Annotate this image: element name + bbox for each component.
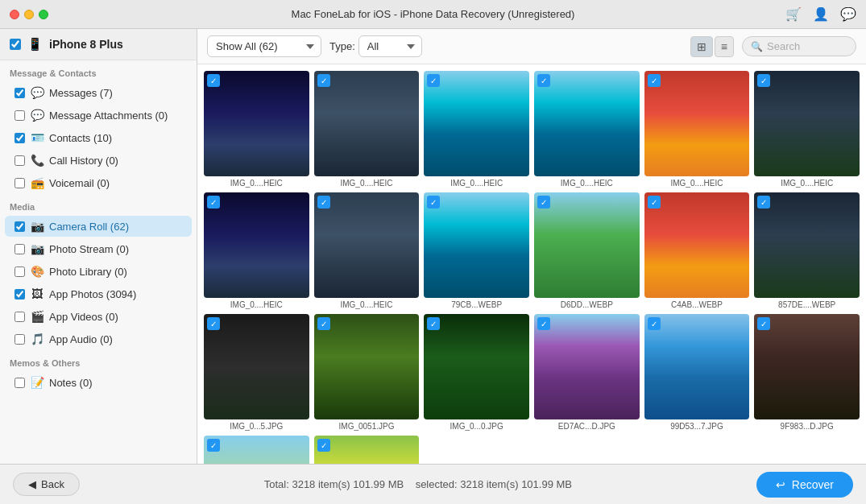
photo-check-icon[interactable]: ✓: [427, 196, 440, 209]
filter-select[interactable]: Show All (62) Show Selected Show Unselec…: [207, 35, 321, 57]
voicemail-label: Voicemail (0): [49, 177, 182, 189]
camera-roll-label: Camera Roll (62): [49, 221, 182, 233]
contacts-checkbox[interactable]: [15, 133, 25, 143]
photo-name: IMG_0....HEIC: [314, 300, 420, 309]
call-icon: 📞: [30, 154, 44, 167]
window-title: Mac FoneLab for iOS - iPhone Data Recove…: [292, 8, 575, 20]
photo-check-icon[interactable]: ✓: [427, 74, 440, 87]
voicemail-checkbox[interactable]: [15, 178, 25, 188]
sidebar-item-app-videos[interactable]: 🎬 App Videos (0): [5, 306, 192, 327]
list-item[interactable]: ✓ B84E8...7.JPG: [314, 436, 420, 464]
list-item[interactable]: ✓ D6DD...WEBP: [534, 192, 640, 309]
sidebar-item-app-photos[interactable]: 🖼 App Photos (3094): [5, 283, 192, 304]
sidebar-item-app-audio[interactable]: 🎵 App Audio (0): [5, 328, 192, 349]
photo-name: IMG_0051.JPG: [314, 422, 420, 431]
photo-grid: ✓ IMG_0....HEIC ✓ IMG_0....HEIC ✓: [204, 71, 860, 464]
sidebar-item-voicemail[interactable]: 📻 Voicemail (0): [5, 172, 192, 193]
sidebar-item-message-attachments[interactable]: 💬 Message Attachments (0): [5, 105, 192, 126]
recover-button[interactable]: ↩ Recover: [756, 472, 853, 498]
device-name: iPhone 8 Plus: [49, 38, 123, 51]
photo-name: IMG_0....HEIC: [204, 179, 309, 188]
sidebar-item-photo-stream[interactable]: 📷 Photo Stream (0): [5, 238, 192, 259]
list-item[interactable]: ✓ 857DE....WEBP: [754, 192, 860, 309]
list-item[interactable]: ✓ IMG_0....HEIC: [534, 71, 640, 188]
section-label-message-contacts: Message & Contacts: [0, 60, 197, 81]
photo-check-icon[interactable]: ✓: [537, 74, 550, 87]
maximize-button[interactable]: [39, 10, 48, 19]
photo-name: IMG_0....HEIC: [204, 300, 309, 309]
app-videos-checkbox[interactable]: [15, 312, 25, 322]
photo-check-icon[interactable]: ✓: [537, 317, 550, 330]
photo-check-icon[interactable]: ✓: [207, 74, 220, 87]
sidebar-item-camera-roll[interactable]: 📷 Camera Roll (62): [5, 216, 192, 237]
photo-check-icon[interactable]: ✓: [317, 317, 330, 330]
list-item[interactable]: ✓ IMG_0....HEIC: [314, 71, 420, 188]
call-history-label: Call History (0): [49, 155, 182, 167]
list-view-button[interactable]: ≡: [715, 36, 734, 57]
titlebar: Mac FoneLab for iOS - iPhone Data Recove…: [0, 0, 866, 29]
list-item[interactable]: ✓ IMG_0....HEIC: [204, 192, 309, 309]
photo-check-icon[interactable]: ✓: [537, 196, 550, 209]
list-item[interactable]: ✓ 9F983...D.JPG: [754, 314, 860, 431]
photo-grid-container[interactable]: ✓ IMG_0....HEIC ✓ IMG_0....HEIC ✓: [197, 64, 866, 464]
grid-view-button[interactable]: ⊞: [690, 36, 713, 57]
app-photos-icon: 🖼: [30, 287, 44, 300]
photo-check-icon[interactable]: ✓: [317, 439, 330, 452]
back-button[interactable]: ◀ Back: [13, 473, 80, 496]
photo-check-icon[interactable]: ✓: [648, 74, 661, 87]
photo-check-icon[interactable]: ✓: [757, 317, 770, 330]
search-box: 🔍: [742, 36, 856, 56]
sidebar-item-call-history[interactable]: 📞 Call History (0): [5, 150, 192, 171]
sidebar-item-contacts[interactable]: 🪪 Contacts (10): [5, 127, 192, 148]
photo-check-icon[interactable]: ✓: [648, 196, 661, 209]
photo-library-checkbox[interactable]: [15, 266, 25, 277]
photo-check-icon[interactable]: ✓: [317, 196, 330, 209]
list-item[interactable]: ✓ IMG_0....HEIC: [644, 71, 750, 188]
camera-roll-checkbox[interactable]: [15, 221, 25, 232]
app-audio-checkbox[interactable]: [15, 334, 25, 345]
close-button[interactable]: [10, 10, 19, 19]
back-label: Back: [41, 478, 64, 490]
search-input[interactable]: [767, 40, 847, 52]
cart-icon[interactable]: 🛒: [785, 6, 802, 22]
list-item[interactable]: ✓ 99D53...7.JPG: [644, 314, 750, 431]
list-item[interactable]: ✓ IMG_0....HEIC: [204, 71, 309, 188]
list-item[interactable]: ✓ IMG_0....HEIC: [754, 71, 860, 188]
list-item[interactable]: ✓ ED7AC...D.JPG: [534, 314, 640, 431]
photo-name: IMG_0...5.JPG: [204, 422, 309, 431]
list-item[interactable]: ✓ IMG_0....HEIC: [424, 71, 529, 188]
photo-check-icon[interactable]: ✓: [648, 317, 661, 330]
sidebar-item-notes[interactable]: 📝 Notes (0): [5, 372, 192, 393]
list-item[interactable]: ✓ C4AB...WEBP: [644, 192, 750, 309]
photo-check-icon[interactable]: ✓: [207, 196, 220, 209]
photo-check-icon[interactable]: ✓: [207, 317, 220, 330]
message-attachments-checkbox[interactable]: [15, 110, 25, 121]
photo-stream-checkbox[interactable]: [15, 244, 25, 254]
app-photos-checkbox[interactable]: [15, 289, 25, 300]
type-select[interactable]: All HEIC JPG WEBP: [358, 35, 422, 57]
sidebar-item-messages[interactable]: 💬 Messages (7): [5, 82, 192, 103]
app-videos-icon: 🎬: [30, 310, 44, 323]
list-item[interactable]: ✓ 79CB...WEBP: [424, 192, 529, 309]
call-history-checkbox[interactable]: [15, 155, 25, 166]
messages-checkbox[interactable]: [15, 88, 25, 98]
user-icon[interactable]: 👤: [813, 6, 829, 22]
photo-check-icon[interactable]: ✓: [757, 196, 770, 209]
photo-name: IMG_0....HEIC: [644, 179, 750, 188]
notes-checkbox[interactable]: [15, 378, 25, 388]
photo-check-icon[interactable]: ✓: [757, 74, 770, 87]
chat-icon[interactable]: 💬: [840, 6, 856, 22]
list-item[interactable]: ✓ IMG_0....HEIC: [314, 192, 420, 309]
device-checkbox[interactable]: [10, 39, 21, 50]
sidebar-item-photo-library[interactable]: 🎨 Photo Library (0): [5, 261, 192, 282]
photo-check-icon[interactable]: ✓: [317, 74, 330, 87]
list-item[interactable]: ✓ 106E9...3.JPG: [204, 436, 309, 464]
selected-text: selected: 3218 item(s) 101.99 MB: [416, 478, 572, 490]
app-videos-label: App Videos (0): [49, 311, 182, 323]
photo-check-icon[interactable]: ✓: [207, 439, 220, 452]
list-item[interactable]: ✓ IMG_0051.JPG: [314, 314, 420, 431]
minimize-button[interactable]: [24, 10, 34, 19]
list-item[interactable]: ✓ IMG_0...0.JPG: [424, 314, 529, 431]
photo-check-icon[interactable]: ✓: [427, 317, 440, 330]
list-item[interactable]: ✓ IMG_0...5.JPG: [204, 314, 309, 431]
